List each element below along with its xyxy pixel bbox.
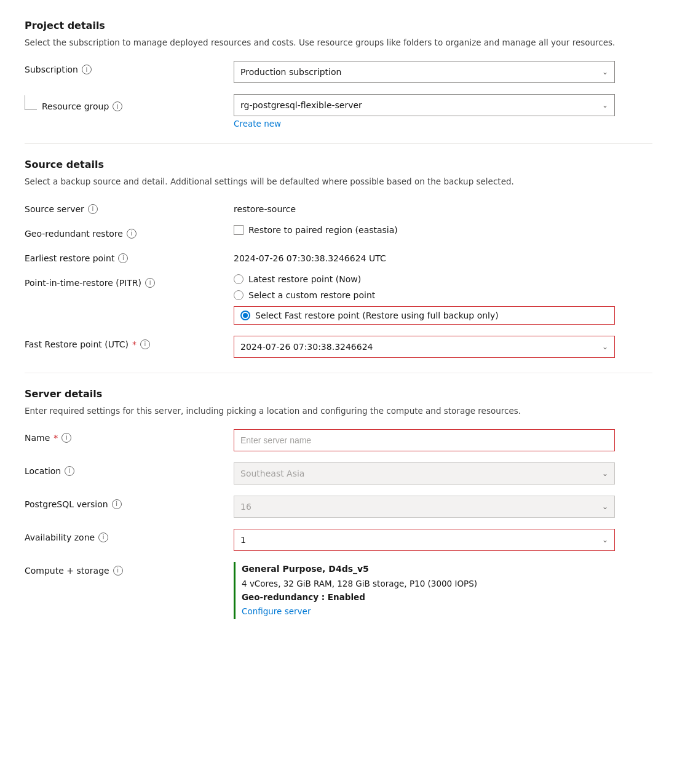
- name-required: *: [53, 433, 58, 443]
- postgresql-version-dropdown[interactable]: 16 ⌄: [234, 496, 615, 518]
- compute-storage-label: Compute + storage i: [25, 562, 234, 576]
- fast-restore-chevron-icon: ⌄: [602, 343, 608, 351]
- fast-restore-control: 2024-07-26 07:30:38.3246624 ⌄: [234, 336, 615, 358]
- source-server-value: restore-source: [234, 200, 615, 214]
- radio-custom-circle[interactable]: [234, 290, 243, 300]
- source-server-info-icon[interactable]: i: [88, 204, 98, 214]
- configure-server-link[interactable]: Configure server: [242, 606, 311, 616]
- server-details-section: Server details Enter required settings f…: [25, 388, 652, 620]
- radio-fast-circle[interactable]: [240, 311, 250, 320]
- postgresql-version-control: 16 ⌄: [234, 496, 615, 518]
- resource-group-label: Resource group i: [25, 94, 234, 111]
- radio-fast-row[interactable]: Select Fast restore point (Restore using…: [234, 306, 615, 325]
- server-details-title: Server details: [25, 388, 652, 400]
- postgresql-version-info-icon[interactable]: i: [112, 499, 122, 509]
- availability-zone-control: 1 ⌄: [234, 529, 615, 551]
- fast-restore-row: Fast Restore point (UTC) * i 2024-07-26 …: [25, 336, 652, 358]
- radio-latest-row[interactable]: Latest restore point (Now): [234, 274, 615, 284]
- subscription-label: Subscription i: [25, 61, 234, 74]
- radio-fast-label: Select Fast restore point (Restore using…: [255, 311, 499, 320]
- geo-redundant-checkbox-label: Restore to paired region (eastasia): [248, 225, 398, 235]
- location-dropdown[interactable]: Southeast Asia ⌄: [234, 462, 615, 485]
- availability-zone-dropdown[interactable]: 1 ⌄: [234, 529, 615, 551]
- availability-zone-chevron-icon: ⌄: [602, 536, 608, 544]
- location-label: Location i: [25, 462, 234, 476]
- pitr-control: Latest restore point (Now) Select a cust…: [234, 274, 615, 325]
- postgresql-version-label: PostgreSQL version i: [25, 496, 234, 509]
- project-details-section: Project details Select the subscription …: [25, 20, 652, 129]
- radio-custom-row[interactable]: Select a custom restore point: [234, 290, 615, 300]
- geo-redundant-info-icon[interactable]: i: [127, 229, 137, 239]
- location-row: Location i Southeast Asia ⌄: [25, 462, 652, 485]
- compute-storage-row: Compute + storage i General Purpose, D4d…: [25, 562, 652, 619]
- geo-redundant-row: Geo-redundant restore i Restore to paire…: [25, 225, 652, 239]
- pitr-row: Point-in-time-restore (PITR) i Latest re…: [25, 274, 652, 325]
- resource-group-chevron-icon: ⌄: [602, 101, 608, 109]
- compute-detail: 4 vCores, 32 GiB RAM, 128 GiB storage, P…: [242, 577, 615, 591]
- name-input[interactable]: [234, 429, 615, 451]
- create-new-link[interactable]: Create new: [234, 119, 281, 129]
- subscription-control: Production subscription ⌄: [234, 61, 615, 83]
- divider-2: [25, 373, 652, 373]
- subscription-info-icon[interactable]: i: [82, 65, 92, 74]
- fast-restore-info-icon[interactable]: i: [140, 339, 150, 349]
- location-chevron-icon: ⌄: [602, 469, 608, 478]
- source-server-row: Source server i restore-source: [25, 200, 652, 214]
- name-control: [234, 429, 615, 451]
- subscription-chevron-icon: ⌄: [602, 68, 608, 76]
- compute-title: General Purpose, D4ds_v5: [242, 562, 615, 577]
- earliest-restore-info-icon[interactable]: i: [118, 253, 128, 263]
- resource-group-row: Resource group i rg-postgresql-flexible-…: [25, 94, 652, 129]
- fast-restore-dropdown[interactable]: 2024-07-26 07:30:38.3246624 ⌄: [234, 336, 615, 358]
- availability-zone-label: Availability zone i: [25, 529, 234, 542]
- availability-zone-row: Availability zone i 1 ⌄: [25, 529, 652, 551]
- earliest-restore-control: 2024-07-26 07:30:38.3246624 UTC: [234, 250, 615, 263]
- server-details-desc: Enter required settings for this server,…: [25, 405, 652, 417]
- compute-storage-info-icon[interactable]: i: [113, 566, 123, 576]
- compute-storage-control: General Purpose, D4ds_v5 4 vCores, 32 Gi…: [234, 562, 615, 619]
- location-control: Southeast Asia ⌄: [234, 462, 615, 485]
- postgresql-version-chevron-icon: ⌄: [602, 502, 608, 511]
- resource-group-value: rg-postgresql-flexible-server: [240, 100, 362, 110]
- subscription-value: Production subscription: [240, 67, 341, 77]
- earliest-restore-label: Earliest restore point i: [25, 250, 234, 263]
- divider-1: [25, 143, 652, 144]
- postgresql-version-value: 16: [240, 502, 251, 512]
- pitr-radio-group: Latest restore point (Now) Select a cust…: [234, 274, 615, 325]
- subscription-dropdown[interactable]: Production subscription ⌄: [234, 61, 615, 83]
- subscription-row: Subscription i Production subscription ⌄: [25, 61, 652, 83]
- project-details-title: Project details: [25, 20, 652, 31]
- geo-redundant-control: Restore to paired region (eastasia): [234, 225, 615, 235]
- geo-redundant-checkbox[interactable]: [234, 225, 243, 235]
- resource-group-dropdown[interactable]: rg-postgresql-flexible-server ⌄: [234, 94, 615, 116]
- earliest-restore-row: Earliest restore point i 2024-07-26 07:3…: [25, 250, 652, 263]
- earliest-restore-value: 2024-07-26 07:30:38.3246624 UTC: [234, 250, 615, 263]
- source-server-control: restore-source: [234, 200, 615, 214]
- source-details-desc: Select a backup source and detail. Addit…: [25, 175, 652, 188]
- postgresql-version-row: PostgreSQL version i 16 ⌄: [25, 496, 652, 518]
- geo-redundant-checkbox-row: Restore to paired region (eastasia): [234, 225, 615, 235]
- source-details-section: Source details Select a backup source an…: [25, 159, 652, 357]
- location-info-icon[interactable]: i: [65, 466, 74, 476]
- name-info-icon[interactable]: i: [61, 433, 71, 443]
- location-value: Southeast Asia: [240, 469, 304, 478]
- project-details-desc: Select the subscription to manage deploy…: [25, 36, 652, 49]
- pitr-info-icon[interactable]: i: [145, 278, 155, 288]
- radio-latest-circle[interactable]: [234, 274, 243, 284]
- fast-restore-value: 2024-07-26 07:30:38.3246624: [240, 342, 373, 352]
- source-server-label: Source server i: [25, 200, 234, 214]
- radio-latest-label: Latest restore point (Now): [248, 274, 361, 284]
- geo-redundant-label: Geo-redundant restore i: [25, 225, 234, 239]
- fast-restore-label: Fast Restore point (UTC) * i: [25, 336, 234, 349]
- compute-storage-box: General Purpose, D4ds_v5 4 vCores, 32 Gi…: [234, 562, 615, 619]
- name-row: Name * i: [25, 429, 652, 451]
- pitr-label: Point-in-time-restore (PITR) i: [25, 274, 234, 288]
- resource-group-info-icon[interactable]: i: [113, 101, 122, 111]
- source-details-title: Source details: [25, 159, 652, 170]
- availability-zone-value: 1: [240, 535, 246, 545]
- geo-redundancy-label: Geo-redundancy : Enabled: [242, 590, 615, 604]
- name-label: Name * i: [25, 429, 234, 443]
- radio-custom-label: Select a custom restore point: [248, 290, 375, 300]
- availability-zone-info-icon[interactable]: i: [98, 533, 108, 542]
- l-shape-connector: [25, 95, 37, 110]
